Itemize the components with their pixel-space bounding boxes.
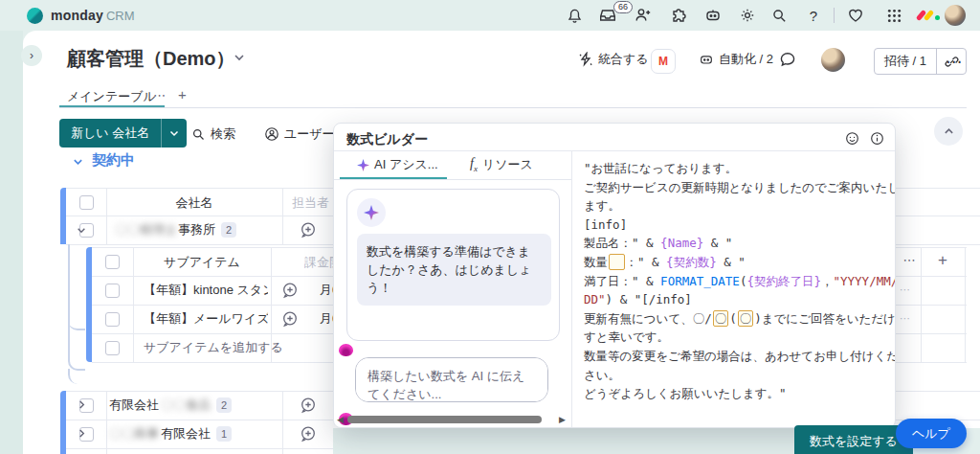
- tab-more-button[interactable]: ⋯: [153, 88, 166, 102]
- subitem-count-badge: 1: [216, 426, 232, 442]
- marketplace-puzzle-icon[interactable]: [669, 6, 688, 25]
- row-expand-chevron-icon[interactable]: [78, 399, 85, 410]
- tab-resources[interactable]: fx リソース: [470, 150, 533, 179]
- monday-color-logo-icon: [917, 7, 942, 24]
- subitem-count-badge: 2: [221, 222, 236, 238]
- gmail-m-letter: M: [658, 55, 668, 68]
- automation-label: 自動化 / 2: [719, 51, 773, 68]
- group-collapse-chevron-icon[interactable]: [73, 158, 83, 166]
- info-icon[interactable]: [870, 131, 884, 146]
- company-row-3[interactable]: 〇〇商事 有限会社 1: [96, 425, 232, 443]
- clipped-cell-content: ⋯: [900, 284, 910, 296]
- collaborator-cursor-dot: [339, 344, 353, 356]
- add-subitem-row[interactable]: サブアイテムを追加する: [144, 339, 283, 356]
- dialog-tabs: AI アシス... fx リソース: [334, 150, 571, 180]
- company-row-1[interactable]: 〇〇税理士事務所 2: [96, 221, 236, 238]
- help-button[interactable]: ヘルプ: [896, 419, 967, 448]
- search-label: 検索: [211, 125, 235, 143]
- group-title[interactable]: 契約中: [92, 151, 135, 170]
- add-conversation-icon[interactable]: [281, 282, 299, 299]
- search-button[interactable]: 検索: [191, 125, 235, 143]
- subitem-more-column-header[interactable]: ⋯: [898, 253, 921, 267]
- chevron-down-icon: [169, 130, 179, 137]
- tab-ai-assistant[interactable]: AI アシス...: [357, 150, 438, 179]
- row-expand-chevron-icon[interactable]: [78, 428, 85, 439]
- subitem-row-checkbox[interactable]: [105, 312, 120, 327]
- blurred-company-name: 〇〇食品: [161, 397, 211, 414]
- topbar-divider: [834, 8, 835, 23]
- gmail-integration-badge[interactable]: M: [651, 49, 676, 74]
- person-filter-button[interactable]: ユーザー: [264, 125, 335, 143]
- new-item-dropdown-button[interactable]: [161, 119, 187, 148]
- integrate-button[interactable]: 統合する: [578, 51, 649, 68]
- new-item-button[interactable]: 新しい 会社名: [59, 125, 161, 142]
- help-question-icon[interactable]: ?: [804, 6, 823, 25]
- automation-robot-icon: [699, 52, 714, 67]
- subitem-connector: [68, 244, 85, 371]
- ai-sparkle-icon: [357, 159, 369, 171]
- person-filter-label: ユーザー: [284, 125, 335, 143]
- blurred-company-name: 〇〇税理士: [115, 221, 177, 238]
- subitem-column-date-clipped[interactable]: 課金開: [304, 254, 333, 271]
- brand-name: monday: [51, 8, 103, 23]
- notifications-bell-icon[interactable]: [565, 6, 584, 25]
- subitem-date-clipped: 月0: [320, 282, 333, 299]
- company-row-2[interactable]: 有限会社 〇〇食品 2: [96, 397, 232, 414]
- search-icon[interactable]: [769, 6, 789, 25]
- new-item-button-group: 新しい 会社名: [59, 119, 187, 148]
- scroll-right-arrow[interactable]: ▶: [559, 415, 566, 424]
- invite-button[interactable]: 招待 / 1: [875, 49, 937, 74]
- tab-add-button[interactable]: +: [178, 86, 187, 102]
- scroll-left-arrow[interactable]: ◀: [337, 415, 344, 424]
- row-collapse-chevron-icon[interactable]: [77, 227, 86, 234]
- tab-main-table[interactable]: メインテーブル: [67, 88, 156, 105]
- add-conversation-icon[interactable]: [300, 221, 317, 238]
- apps-grid-icon[interactable]: [884, 6, 903, 25]
- ai-message-bubble: 数式を構築する準備はできましたか？さあ、はじめましょう！: [357, 234, 551, 306]
- automation-button[interactable]: 自動化 / 2: [699, 51, 773, 68]
- board-title-chevron-icon[interactable]: [234, 54, 245, 61]
- add-conversation-icon[interactable]: [281, 310, 299, 328]
- subitem-date-clipped: 月0: [320, 310, 333, 328]
- subitem-row-checkbox[interactable]: [105, 284, 120, 298]
- formula-builder-dialog: 数式ビルダー AI アシス... fx リソース: [333, 123, 896, 428]
- board-more-button[interactable]: ⋯: [946, 52, 963, 72]
- group-color-bar: [60, 391, 66, 454]
- ai-prompt-input[interactable]: [355, 357, 548, 402]
- board-title[interactable]: 顧客管理（Demo）: [67, 46, 235, 72]
- subitem-add-column-button[interactable]: +: [921, 251, 965, 270]
- horizontal-scrollbar-thumb[interactable]: [347, 416, 542, 423]
- subitem-column-header[interactable]: サブアイテム: [133, 254, 271, 271]
- add-conversation-icon[interactable]: [300, 425, 317, 443]
- board-chat-icon[interactable]: [779, 51, 796, 68]
- heart-icon[interactable]: [846, 6, 865, 25]
- ai-assistant-card: 数式を構築する準備はできましたか？さあ、はじめましょう！: [346, 189, 560, 341]
- person-circle-icon: [264, 126, 279, 142]
- monday-logo-icon[interactable]: [27, 8, 43, 24]
- select-all-checkbox[interactable]: [79, 195, 94, 210]
- subitem-row-a[interactable]: 【年額】kintone スタンダ...: [144, 282, 268, 299]
- fx-icon: fx: [470, 156, 478, 173]
- company-name-prefix: 有限会社: [109, 397, 159, 414]
- user-avatar[interactable]: [945, 5, 966, 26]
- add-subitem-checkbox[interactable]: [105, 341, 120, 355]
- add-conversation-icon[interactable]: [300, 397, 317, 414]
- invite-members-icon[interactable]: [634, 6, 653, 25]
- collapsed-sidebar: [0, 31, 23, 454]
- settings-gear-icon[interactable]: [738, 6, 757, 25]
- scroll-top-button[interactable]: [934, 117, 963, 146]
- tabs-divider: [59, 107, 967, 108]
- subitem-select-all-checkbox[interactable]: [105, 255, 120, 269]
- integration-zap-icon: [578, 52, 593, 67]
- expand-sidebar-button[interactable]: ›: [21, 45, 42, 66]
- subitem-row-b[interactable]: 【年額】メールワイズ ス...: [144, 310, 268, 328]
- search-icon: [191, 127, 206, 142]
- board-owner-avatar[interactable]: [821, 48, 845, 72]
- column-header-company[interactable]: 会社名: [106, 194, 282, 212]
- column-header-owner-clipped[interactable]: 担当者: [292, 194, 333, 212]
- subitem-name: 【年額】メールワイズ ス...: [144, 310, 268, 328]
- ai-avatar: [357, 198, 386, 227]
- feedback-smiley-icon[interactable]: [845, 131, 859, 146]
- assistant-robot-icon[interactable]: [703, 6, 723, 25]
- formula-editor[interactable]: "お世話になっております。ご契約サービスの更新時期となりましたのでご案内いたしま…: [572, 150, 895, 427]
